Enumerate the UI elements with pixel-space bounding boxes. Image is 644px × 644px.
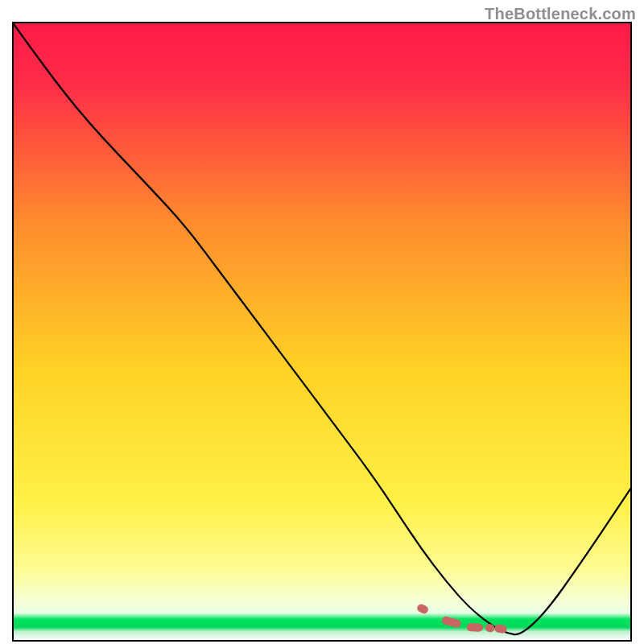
watermark-text: TheBottleneck.com [485, 5, 636, 23]
chart-background [13, 23, 631, 641]
bottleneck-chart [12, 22, 632, 642]
chart-svg [12, 22, 632, 642]
